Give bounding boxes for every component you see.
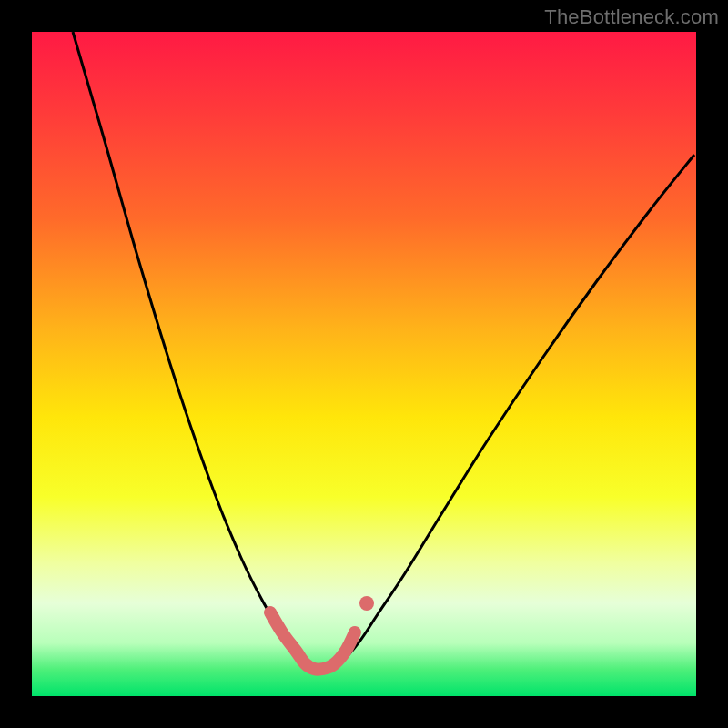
valley-highlight	[270, 612, 355, 670]
series-layer	[73, 32, 694, 670]
chart-svg	[32, 32, 696, 696]
bottleneck-curve	[73, 32, 694, 670]
chart-frame: TheBottleneck.com	[0, 0, 728, 728]
valley-dot	[359, 596, 374, 611]
plot-area	[32, 32, 696, 696]
watermark-text: TheBottleneck.com	[544, 5, 719, 29]
